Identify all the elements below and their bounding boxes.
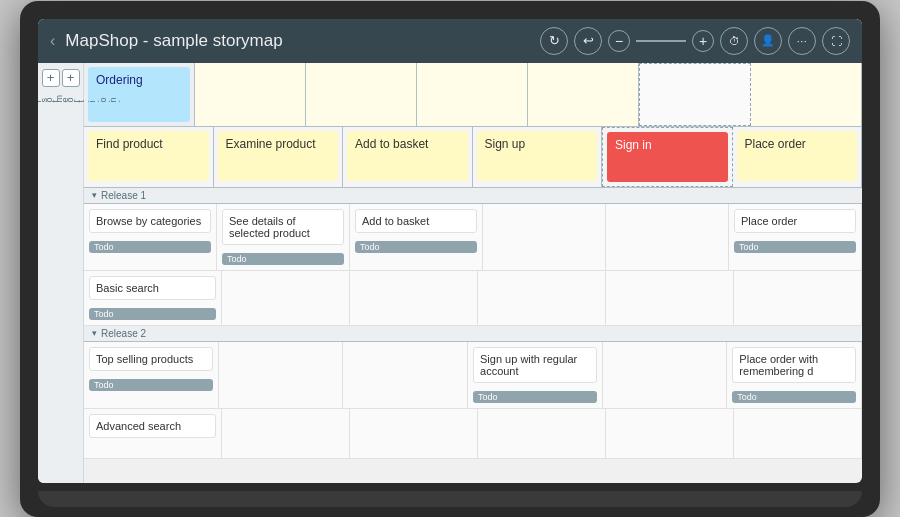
user-icon[interactable]: 👤 [754,27,782,55]
app-header: ‹ MapShop - sample storymap ↻ ↩ − + ⏱ 👤 … [38,19,862,63]
task-cell-place-order-task: Place order Todo [729,204,862,270]
release-1-tasks: Browse by categories Todo See details of… [84,204,862,326]
story-cell-find-product: Find product [84,127,214,187]
todo-badge-details: Todo [222,253,344,265]
task-cell-empty-11 [222,409,350,458]
task-row-2-1: Top selling products Todo Sign up with r… [84,342,862,409]
story-row: Find product Examine product Add to bask… [84,127,862,188]
story-card-place-order[interactable]: Place order [737,131,858,181]
task-card-place-order-remember[interactable]: Place order with remembering d [732,347,856,383]
epic-card-ordering[interactable]: Ordering [88,67,190,122]
story-card-find-product[interactable]: Find product [88,131,209,181]
story-card-sign-in[interactable]: Sign in [607,132,728,182]
todo-badge-place-order-remember: Todo [732,391,856,403]
fullscreen-icon[interactable]: ⛶ [822,27,850,55]
task-cell-empty-7 [734,271,862,325]
zoom-line [636,40,686,42]
page-title: MapShop - sample storymap [65,31,540,51]
task-cell-empty-5 [478,271,606,325]
task-cell-empty-2 [606,204,729,270]
back-button[interactable]: ‹ [50,32,55,50]
epic-cell-ordering: Ordering [84,63,195,126]
task-card-top-selling[interactable]: Top selling products [89,347,213,371]
todo-badge-basic-search: Todo [89,308,216,320]
story-card-examine-product[interactable]: Examine product [218,131,339,181]
sidebar-add-row: + + [42,69,80,87]
release-2-header[interactable]: ▾ Release 2 [84,326,862,342]
history-icon[interactable]: ⏱ [720,27,748,55]
zoom-control: − + [608,30,714,52]
task-card-add-basket[interactable]: Add to basket [355,209,477,233]
story-card-sign-up[interactable]: Sign up [477,131,598,181]
task-cell-empty-13 [478,409,606,458]
release-2-tasks: Top selling products Todo Sign up with r… [84,342,862,459]
task-cell-empty-10 [603,342,728,408]
story-cell-sign-up: Sign up [473,127,603,187]
task-cell-browse-categories: Browse by categories Todo [84,204,217,270]
epic-cell-5 [528,63,639,126]
task-card-see-details[interactable]: See details of selected product [222,209,344,245]
laptop-screen: ‹ MapShop - sample storymap ↻ ↩ − + ⏱ 👤 … [38,19,862,483]
task-cell-top-selling: Top selling products Todo [84,342,219,408]
task-row-1-2: Basic search Todo [84,271,862,326]
epic-row: Ordering [84,63,862,127]
storymap-grid: Ordering Find product [84,63,862,459]
task-cell-add-basket-task: Add to basket Todo [350,204,483,270]
add-row-button[interactable]: + [42,69,60,87]
task-row-1-1: Browse by categories Todo See details of… [84,204,862,271]
storymap-scroll[interactable]: Ordering Find product [84,63,862,483]
release-2-label: Release 2 [101,328,146,339]
zoom-minus-button[interactable]: − [608,30,630,52]
todo-badge-top-selling: Todo [89,379,213,391]
header-toolbar: ↻ ↩ − + ⏱ 👤 ··· ⛶ [540,27,850,55]
persona-admin: Administer··· [40,91,60,483]
task-cell-sign-up-regular: Sign up with regular account Todo [468,342,603,408]
sidebar-personas: Administer··· Promotion [40,91,81,483]
story-card-add-to-basket[interactable]: Add to basket [347,131,468,181]
persona-promotion: Promotion [61,91,81,483]
story-cell-examine-product: Examine product [214,127,344,187]
sidebar: + + Administer··· Promotion [38,63,84,483]
epic-cell-7 [751,63,862,126]
add-col-button[interactable]: + [62,69,80,87]
task-cell-place-order-remember: Place order with remembering d Todo [727,342,862,408]
laptop-outer: ‹ MapShop - sample storymap ↻ ↩ − + ⏱ 👤 … [20,1,880,517]
task-cell-empty-6 [606,271,734,325]
undo-icon[interactable]: ↩ [574,27,602,55]
task-card-advanced-search[interactable]: Advanced search [89,414,216,438]
epic-cell-3 [306,63,417,126]
task-cell-see-details: See details of selected product Todo [217,204,350,270]
main-area: + + Administer··· Promotion [38,63,862,483]
more-options-icon[interactable]: ··· [788,27,816,55]
task-card-place-order[interactable]: Place order [734,209,856,233]
release-1-caret: ▾ [92,190,97,200]
release-1-label: Release 1 [101,190,146,201]
epic-cell-4 [417,63,528,126]
todo-badge-basket: Todo [355,241,477,253]
todo-badge-browse: Todo [89,241,211,253]
todo-badge-place-order: Todo [734,241,856,253]
persona-promotion-label: Promotion [38,95,120,103]
release-1-header[interactable]: ▾ Release 1 [84,188,862,204]
task-card-sign-up-regular[interactable]: Sign up with regular account [473,347,597,383]
task-cell-empty-3 [222,271,350,325]
task-cell-empty-8 [219,342,344,408]
task-cell-basic-search: Basic search Todo [84,271,222,325]
release-2-caret: ▾ [92,328,97,338]
task-card-basic-search[interactable]: Basic search [89,276,216,300]
task-cell-empty-1 [483,204,606,270]
task-cell-empty-4 [350,271,478,325]
refresh-icon[interactable]: ↻ [540,27,568,55]
task-cell-empty-9 [343,342,468,408]
todo-badge-sign-up-regular: Todo [473,391,597,403]
task-row-2-2: Advanced search [84,409,862,459]
story-cell-sign-in: Sign in [602,127,733,187]
task-cell-advanced-search: Advanced search [84,409,222,458]
task-cell-empty-15 [734,409,862,458]
task-cell-empty-12 [350,409,478,458]
task-card-browse-categories[interactable]: Browse by categories [89,209,211,233]
zoom-plus-button[interactable]: + [692,30,714,52]
task-cell-empty-14 [606,409,734,458]
story-cell-add-to-basket: Add to basket [343,127,473,187]
laptop-base [38,491,862,507]
